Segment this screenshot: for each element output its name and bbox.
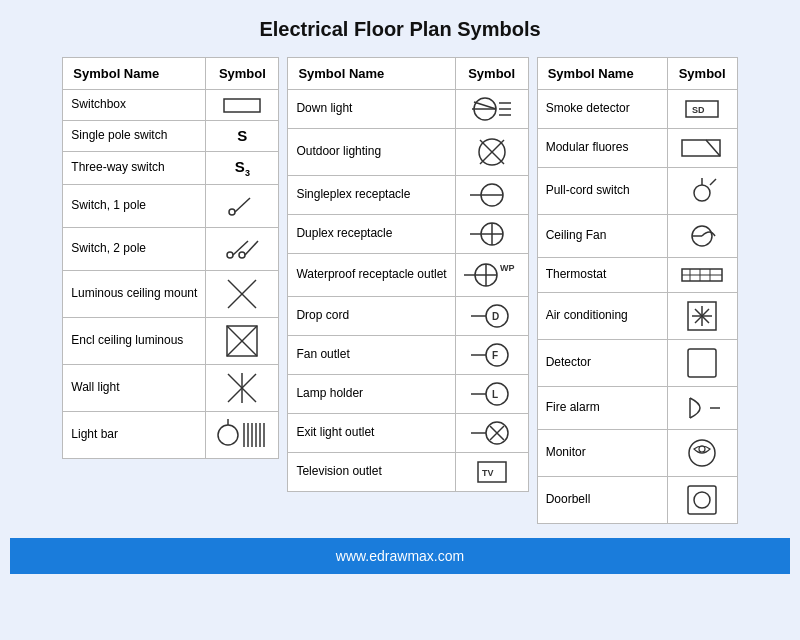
symbol-name: Television outlet: [288, 453, 455, 492]
symbol-name: Exit light outlet: [288, 414, 455, 453]
table-row: Thermostat: [537, 258, 737, 293]
symbol-name: Encl ceiling luminous: [63, 318, 206, 365]
table-row: Single pole switch S: [63, 121, 279, 152]
symbol-name: Modular fluores: [537, 129, 667, 168]
symbol-cell: F: [455, 336, 528, 375]
symbol-cell: [206, 318, 279, 365]
symbol-name: Switch, 1 pole: [63, 185, 206, 228]
symbol-cell: [206, 365, 279, 412]
symbol-cell: SD: [667, 90, 737, 129]
table-row: Wall light: [63, 365, 279, 412]
symbol-name: Doorbell: [537, 477, 667, 524]
symbol-cell: [206, 228, 279, 271]
table-1: Symbol Name Symbol Switchbox Single pole…: [62, 57, 279, 459]
symbol-name: Wall light: [63, 365, 206, 412]
symbol-cell: S: [206, 121, 279, 152]
symbol-name: Luminous ceiling mount: [63, 271, 206, 318]
symbol-name: Outdoor lighting: [288, 129, 455, 176]
tables-container: Symbol Name Symbol Switchbox Single pole…: [62, 57, 737, 524]
table1-header-name: Symbol Name: [63, 58, 206, 90]
symbol-cell: [455, 90, 528, 129]
symbol-name: Drop cord: [288, 297, 455, 336]
symbol-cell: WP: [455, 254, 528, 297]
svg-point-82: [699, 446, 705, 452]
symbol-cell: [667, 387, 737, 430]
symbol-name: Waterproof receptacle outlet: [288, 254, 455, 297]
table-row: Doorbell: [537, 477, 737, 524]
table3-header-name: Symbol Name: [537, 58, 667, 90]
table-row: Ceiling Fan: [537, 215, 737, 258]
table-row: Switch, 1 pole: [63, 185, 279, 228]
table-row: Exit light outlet: [288, 414, 528, 453]
table-row: Light bar: [63, 412, 279, 459]
table-row: Fire alarm: [537, 387, 737, 430]
table-3: Symbol Name Symbol Smoke detector SD: [537, 57, 738, 524]
footer-text: www.edrawmax.com: [336, 548, 464, 564]
table-row: Modular fluores: [537, 129, 737, 168]
symbol-cell: [667, 430, 737, 477]
symbol-name: Switch, 2 pole: [63, 228, 206, 271]
symbol-cell: [667, 340, 737, 387]
table-row: Waterproof receptacle outlet WP: [288, 254, 528, 297]
table-row: Switchbox: [63, 90, 279, 121]
symbol-cell: [667, 129, 737, 168]
symbol-cell: [455, 176, 528, 215]
svg-rect-78: [688, 349, 716, 377]
symbol-cell: [206, 271, 279, 318]
symbol-cell: [206, 90, 279, 121]
svg-text:F: F: [492, 350, 498, 361]
symbol-name: Fan outlet: [288, 336, 455, 375]
svg-text:D: D: [492, 311, 499, 322]
symbol-cell: D: [455, 297, 528, 336]
symbol-name: Fire alarm: [537, 387, 667, 430]
table-row: Smoke detector SD: [537, 90, 737, 129]
symbol-name: Switchbox: [63, 90, 206, 121]
symbol-name: Air conditioning: [537, 293, 667, 340]
symbol-name: Single pole switch: [63, 121, 206, 152]
svg-point-1: [229, 209, 235, 215]
symbol-name: Down light: [288, 90, 455, 129]
table2-header-symbol: Symbol: [455, 58, 528, 90]
table1-header-symbol: Symbol: [206, 58, 279, 90]
table-row: Lamp holder L: [288, 375, 528, 414]
symbol-name: Pull-cord switch: [537, 168, 667, 215]
table3-header-symbol: Symbol: [667, 58, 737, 90]
svg-line-65: [710, 179, 716, 185]
svg-line-62: [706, 140, 720, 156]
symbol-cell: TV: [455, 453, 528, 492]
table-row: Switch, 2 pole: [63, 228, 279, 271]
symbol-cell: [667, 293, 737, 340]
svg-rect-61: [682, 140, 720, 156]
symbol-cell: [455, 129, 528, 176]
svg-point-15: [218, 425, 238, 445]
table-row: Duplex receptacle: [288, 215, 528, 254]
symbol-name: Singleplex receptacle: [288, 176, 455, 215]
table-row: Detector: [537, 340, 737, 387]
svg-point-3: [227, 252, 233, 258]
symbol-cell: [455, 215, 528, 254]
table-row: Three-way switch S3: [63, 151, 279, 185]
symbol-cell: L: [455, 375, 528, 414]
table-row: Pull-cord switch: [537, 168, 737, 215]
table-row: Outdoor lighting: [288, 129, 528, 176]
svg-text:TV: TV: [482, 468, 494, 478]
table-row: Singleplex receptacle: [288, 176, 528, 215]
symbol-name: Duplex receptacle: [288, 215, 455, 254]
table-row: Down light: [288, 90, 528, 129]
symbol-cell: [455, 414, 528, 453]
svg-text:L: L: [492, 389, 498, 400]
table-row: Fan outlet F: [288, 336, 528, 375]
footer: www.edrawmax.com: [10, 538, 790, 574]
svg-point-5: [239, 252, 245, 258]
table-row: Encl ceiling luminous: [63, 318, 279, 365]
symbol-name: Detector: [537, 340, 667, 387]
table-row: Air conditioning: [537, 293, 737, 340]
symbol-cell: [206, 185, 279, 228]
page-title: Electrical Floor Plan Symbols: [259, 18, 540, 41]
symbol-name: Smoke detector: [537, 90, 667, 129]
svg-text:WP: WP: [500, 263, 515, 273]
symbol-cell: S3: [206, 151, 279, 185]
table2-header-name: Symbol Name: [288, 58, 455, 90]
svg-rect-0: [224, 99, 260, 112]
symbol-name: Light bar: [63, 412, 206, 459]
